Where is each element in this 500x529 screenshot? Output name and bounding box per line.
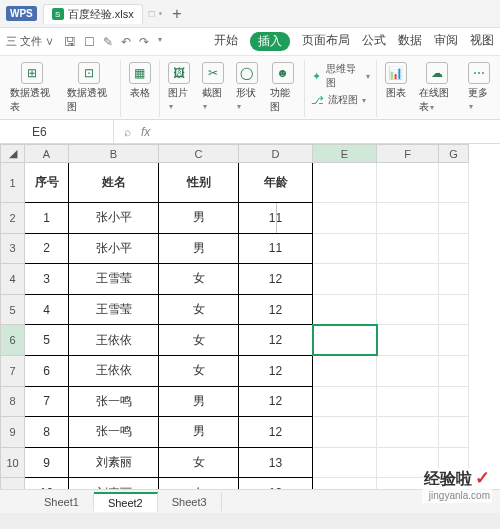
cell-F9[interactable] xyxy=(377,417,439,448)
cell-B8[interactable]: 张一鸣 xyxy=(69,386,159,417)
cell-F1[interactable] xyxy=(377,163,439,203)
row-header-6[interactable]: 6 xyxy=(1,325,25,356)
cell-C4[interactable]: 女 xyxy=(159,264,239,295)
cell-A4[interactable]: 3 xyxy=(25,264,69,295)
tab-view[interactable]: 视图 xyxy=(470,32,494,51)
flowchart-button[interactable]: ⎇ 流程图▾ xyxy=(311,93,370,107)
new-tab-button[interactable]: + xyxy=(162,5,191,23)
cell-C1[interactable]: 性别 xyxy=(159,163,239,203)
shapes-button[interactable]: ◯ 形状▾ xyxy=(234,60,260,116)
tab-formula[interactable]: 公式 xyxy=(362,32,386,51)
cell-D8[interactable]: 12 xyxy=(239,386,313,417)
cell-E3[interactable] xyxy=(313,233,377,264)
row-header-2[interactable]: 2 xyxy=(1,203,25,234)
cell-B2[interactable]: 张小平 xyxy=(69,203,159,234)
online-chart-button[interactable]: ☁ 在线图表▾ xyxy=(417,60,458,116)
cell-E7[interactable] xyxy=(313,355,377,386)
cell-F5[interactable] xyxy=(377,294,439,325)
cell-E2[interactable] xyxy=(313,203,377,234)
tab-layout[interactable]: 页面布局 xyxy=(302,32,350,51)
tab-review[interactable]: 审阅 xyxy=(434,32,458,51)
cell-A8[interactable]: 7 xyxy=(25,386,69,417)
cell-E9[interactable] xyxy=(313,417,377,448)
tab-flag-icon[interactable]: □ xyxy=(149,8,155,19)
cell-E6[interactable] xyxy=(313,325,377,356)
col-header-B[interactable]: B xyxy=(69,145,159,163)
row-header-10[interactable]: 10 xyxy=(1,447,25,478)
qat-more-icon[interactable]: ▾ xyxy=(158,35,162,49)
cell-G6[interactable] xyxy=(439,325,469,356)
cell-G1[interactable] xyxy=(439,163,469,203)
cell-D6[interactable]: 12 xyxy=(239,325,313,356)
more-button[interactable]: ⋯ 更多▾ xyxy=(466,60,492,116)
cell-A5[interactable]: 4 xyxy=(25,294,69,325)
tab-insert[interactable]: 插入 xyxy=(250,32,290,51)
cell-E8[interactable] xyxy=(313,386,377,417)
tab-start[interactable]: 开始 xyxy=(214,32,238,51)
row-header-3[interactable]: 3 xyxy=(1,233,25,264)
cell-A6[interactable]: 5 xyxy=(25,325,69,356)
cell-B1[interactable]: 姓名 xyxy=(69,163,159,203)
cell-C8[interactable]: 男 xyxy=(159,386,239,417)
cell-C3[interactable]: 男 xyxy=(159,233,239,264)
smartart-button[interactable]: ✦ 思维导图▾ xyxy=(311,62,370,90)
cell-F2[interactable] xyxy=(377,203,439,234)
cell-B9[interactable]: 张一鸣 xyxy=(69,417,159,448)
cell-D4[interactable]: 12 xyxy=(239,264,313,295)
cell-C2[interactable]: 男 xyxy=(159,203,239,234)
cell-G2[interactable] xyxy=(439,203,469,234)
cell-D1[interactable]: 年龄 xyxy=(239,163,313,203)
undo-icon[interactable]: ↶ xyxy=(121,35,131,49)
save-icon[interactable]: 🖫 xyxy=(64,35,76,49)
cell-E4[interactable] xyxy=(313,264,377,295)
cell-D3[interactable]: 11 xyxy=(239,233,313,264)
col-header-E[interactable]: E xyxy=(313,145,377,163)
cell-A2[interactable]: 1 xyxy=(25,203,69,234)
document-tab[interactable]: S 百度经验.xlsx xyxy=(43,4,143,24)
cell-E10[interactable] xyxy=(313,447,377,478)
file-menu[interactable]: 三 文件 ∨ xyxy=(6,34,54,49)
cell-G5[interactable] xyxy=(439,294,469,325)
screenshot-button[interactable]: ✂ 截图▾ xyxy=(200,60,226,116)
cell-A10[interactable]: 9 xyxy=(25,447,69,478)
cell-F8[interactable] xyxy=(377,386,439,417)
cell-C7[interactable]: 女 xyxy=(159,355,239,386)
cell-B5[interactable]: 王雪莹 xyxy=(69,294,159,325)
cell-G3[interactable] xyxy=(439,233,469,264)
row-header-9[interactable]: 9 xyxy=(1,417,25,448)
cell-G9[interactable] xyxy=(439,417,469,448)
row-header-1[interactable]: 1 xyxy=(1,163,25,203)
cell-B10[interactable]: 刘素丽 xyxy=(69,447,159,478)
cell-D9[interactable]: 12 xyxy=(239,417,313,448)
cell-C10[interactable]: 女 xyxy=(159,447,239,478)
col-header-D[interactable]: D xyxy=(239,145,313,163)
cell-C6[interactable]: 女 xyxy=(159,325,239,356)
cell-A3[interactable]: 2 xyxy=(25,233,69,264)
cell-F7[interactable] xyxy=(377,355,439,386)
icons-button[interactable]: ☻ 功能图 xyxy=(268,60,298,116)
cell-G4[interactable] xyxy=(439,264,469,295)
cell-D10[interactable]: 13 xyxy=(239,447,313,478)
cell-D5[interactable]: 12 xyxy=(239,294,313,325)
table-button[interactable]: ▦ 表格 xyxy=(127,60,153,102)
cell-C9[interactable]: 男 xyxy=(159,417,239,448)
pivot-chart-button[interactable]: ⊡ 数据透视图 xyxy=(65,60,114,116)
tab-data[interactable]: 数据 xyxy=(398,32,422,51)
preview-icon[interactable]: ✎ xyxy=(103,35,113,49)
cell-A7[interactable]: 6 xyxy=(25,355,69,386)
search-icon[interactable]: ⌕ xyxy=(124,125,131,139)
sheet-tab-2[interactable]: Sheet2 xyxy=(94,492,158,512)
row-header-5[interactable]: 5 xyxy=(1,294,25,325)
spreadsheet[interactable]: ◢ A B C D E F G 1 序号 姓名 性别 年龄 2 1 张小平 男 xyxy=(0,144,469,529)
cell-A1[interactable]: 序号 xyxy=(25,163,69,203)
print-icon[interactable]: ☐ xyxy=(84,35,95,49)
name-box[interactable]: E6 xyxy=(24,120,114,143)
picture-button[interactable]: 🖼 图片▾ xyxy=(166,60,192,116)
cell-F4[interactable] xyxy=(377,264,439,295)
cell-E1[interactable] xyxy=(313,163,377,203)
redo-icon[interactable]: ↷ xyxy=(139,35,149,49)
chart-button[interactable]: 📊 图表 xyxy=(383,60,409,116)
col-header-F[interactable]: F xyxy=(377,145,439,163)
cell-E5[interactable] xyxy=(313,294,377,325)
cell-B3[interactable]: 张小平 xyxy=(69,233,159,264)
